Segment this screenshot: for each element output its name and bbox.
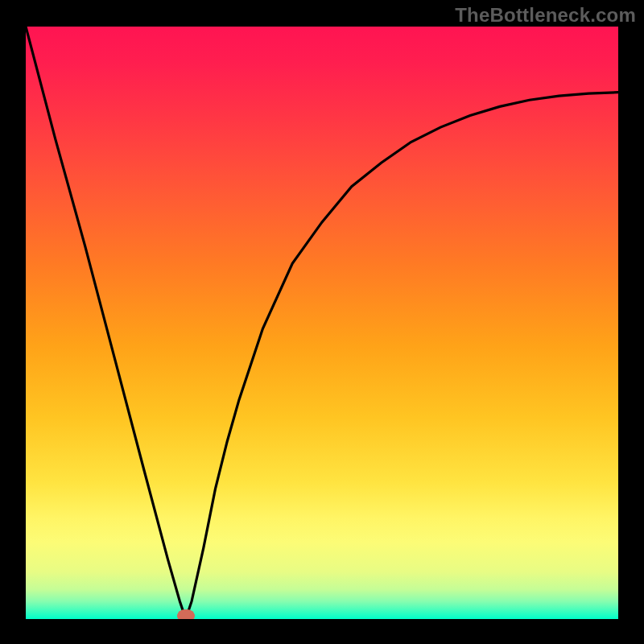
watermark: TheBottleneck.com [455,4,636,27]
curve-svg [26,27,618,619]
curve-minimum-marker [177,609,195,619]
bottleneck-curve [26,27,618,619]
chart-frame: TheBottleneck.com [0,0,644,644]
plot-area [26,27,618,619]
